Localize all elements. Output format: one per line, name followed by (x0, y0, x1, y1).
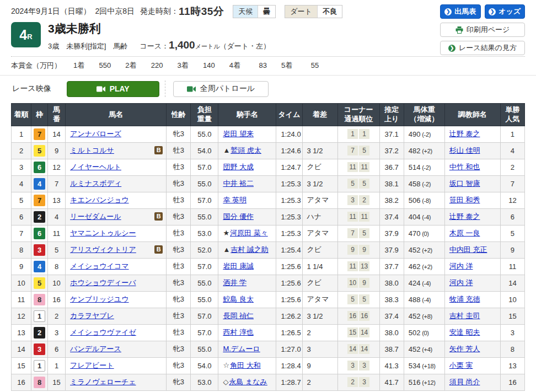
jockey-link[interactable]: 長岡 禎仁 (223, 312, 254, 320)
trainer-link[interactable]: 笹田 和秀 (449, 196, 480, 204)
carried-weight: 53.0 (191, 374, 218, 390)
horse-name-link[interactable]: ケンブリッジユウ (70, 295, 128, 303)
body-weight-diff: (+2) (420, 247, 432, 254)
trainer-link[interactable]: 牧浦 充徳 (449, 295, 480, 303)
finish-time: 1:26.5 (276, 324, 302, 341)
body-weight-cell: 514 (-2) (404, 159, 444, 175)
horse-name-link[interactable]: アンナバローズ (70, 130, 121, 138)
trainer-link[interactable]: 杉山 佳明 (449, 146, 480, 154)
body-weight: 404 (409, 213, 421, 221)
frame-cell: 7 (31, 192, 48, 208)
prize-list: 1着5502着2203着1404着835着55 (73, 61, 333, 71)
trainer-link[interactable]: 中竹 和也 (449, 163, 480, 171)
horse-name-link[interactable]: アリスヴィクトリア (70, 245, 136, 254)
trainer-link[interactable]: 小栗 実 (449, 361, 473, 369)
horse-number: 12 (48, 159, 66, 175)
body-weight: 516 (409, 378, 421, 386)
result-guide-button[interactable]: ❯ レース結果の見方 (440, 41, 525, 55)
table-row: 447ルミナスボディ牝355.0中井 裕二1:25.33 1/25538.145… (12, 175, 525, 192)
table-row: 948メイショウイコマ牡357.0岩田 康誠1:25.61 1/4111337.… (12, 258, 525, 275)
jockey-link[interactable]: 国分 優作 (223, 212, 254, 221)
body-weight-diff: (-4) (420, 280, 431, 287)
trainer-link[interactable]: 木原 一良 (449, 229, 480, 237)
body-weight-cell: 424 (-4) (404, 275, 444, 291)
horse-name-link[interactable]: ヤマニントゥルシー (70, 229, 136, 237)
win-favorite: 4 (500, 142, 524, 159)
frame-number: 8 (34, 377, 45, 388)
jockey-link[interactable]: 吉村 誠之助 (231, 245, 269, 254)
corner-order-cell: 1616 (337, 308, 379, 324)
trainer-link[interactable]: 辻野 泰之 (449, 130, 480, 138)
trainer-link[interactable]: 中内田 充正 (449, 245, 487, 254)
body-weight-cell: 506 (-8) (404, 192, 444, 208)
horse-number: 5 (48, 241, 66, 258)
trainer-link[interactable]: 吉村 圭司 (449, 312, 480, 320)
horse-name-link[interactable]: ルミナスボディ (70, 179, 121, 187)
horse-name-link[interactable]: カラヲヤブレ (70, 312, 114, 320)
jockey-link[interactable]: 永島 まなみ (229, 378, 267, 386)
horse-name-link[interactable]: リーゼダムール (70, 212, 121, 221)
print-page-button[interactable]: 印刷用ページ (440, 23, 525, 37)
corner-position: 5 (359, 294, 369, 304)
result-place: 7 (12, 225, 31, 241)
trainer-link[interactable]: 河内 洋 (449, 278, 473, 287)
horse-name-cell: ノイヤーヘルト (66, 159, 167, 175)
video-camera-icon (187, 86, 196, 92)
odds-button[interactable]: ❯ オッズ (485, 4, 526, 19)
corner-order-cell: 1111 (337, 159, 379, 175)
jockey-link[interactable]: M.デムーロ (223, 345, 260, 353)
horse-name-link[interactable]: キエンバンジョウ (70, 196, 128, 204)
jockey-link[interactable]: 角田 大和 (230, 361, 261, 369)
last-3f: 37.1 (379, 126, 404, 142)
jockey-cell: ◇永島 まなみ (218, 374, 276, 390)
horse-name-link[interactable]: ミラノヴェローチェ (70, 378, 136, 386)
horse-name-link[interactable]: メイショウイコマ (70, 262, 128, 270)
horse-name-link[interactable]: ミルトコルサ (70, 146, 114, 154)
jockey-link[interactable]: 岩田 望来 (223, 130, 254, 138)
horse-name-link[interactable]: フレアビート (70, 361, 114, 369)
track-label: ダート (285, 6, 317, 18)
patrol-video-button[interactable]: 全周パトロール (173, 81, 269, 97)
trainer-link[interactable]: 辻野 泰之 (449, 212, 480, 221)
trainer-cell: 坂口 智康 (444, 175, 500, 192)
margin: 2 (302, 374, 337, 390)
horse-name-cell: Bリーゼダムール (66, 208, 167, 225)
horse-name-cell: ルミナスボディ (66, 175, 167, 192)
jockey-link[interactable]: 岩田 康誠 (223, 262, 254, 270)
jockey-link[interactable]: 西村 淳也 (223, 328, 254, 336)
trainer-link[interactable]: 坂口 智康 (449, 179, 480, 187)
frame-number: 5 (34, 277, 45, 289)
horse-name-link[interactable]: メイショウヴァイゼ (70, 328, 136, 336)
frame-number: 4 (34, 261, 45, 272)
race-date: 2024年9月1日（日曜） 2回中京8日 (11, 7, 135, 17)
jockey-link[interactable]: 酒井 学 (223, 278, 246, 287)
horse-name-link[interactable]: ノイヤーヘルト (70, 163, 121, 171)
column-header: 単勝 人気 (500, 104, 524, 126)
entries-button[interactable]: ❯ 出馬表 (440, 4, 481, 19)
corner-position: 9 (359, 245, 369, 255)
finish-time: 1:25.6 (276, 291, 302, 308)
table-row: 7611ヤマニントゥルシー牡353.0★河原田 菜々1:25.3アタマ7537.… (12, 225, 525, 241)
trainer-link[interactable]: 須貝 尚介 (449, 378, 480, 386)
jockey-link[interactable]: 鷲頭 虎太 (231, 146, 261, 154)
body-weight-diff: (+2) (420, 264, 432, 270)
column-header: 着順 (12, 104, 31, 126)
trainer-link[interactable]: 河内 洋 (449, 262, 473, 270)
trainer-link[interactable]: 安達 昭夫 (449, 328, 480, 336)
play-button[interactable]: PLAY (67, 81, 159, 97)
horse-name-link[interactable]: バンデルアース (70, 345, 121, 353)
prize-amount: 140 (195, 61, 215, 69)
corner-position: 7 (347, 228, 358, 238)
body-weight-diff: (+18) (420, 363, 435, 369)
jockey-link[interactable]: 中井 裕二 (223, 179, 254, 187)
jockey-link[interactable]: 幸 英明 (223, 196, 246, 204)
horse-name-link[interactable]: ホウショウディーバ (70, 278, 136, 287)
jockey-link[interactable]: 団野 大成 (223, 163, 254, 171)
corner-order-cell: 109 (337, 275, 379, 291)
jockey-link[interactable]: 鮫島 良太 (223, 295, 254, 303)
trainer-cell: 河内 洋 (444, 275, 500, 291)
trainer-link[interactable]: 矢作 芳人 (449, 345, 480, 353)
trainer-cell: 小栗 実 (444, 357, 500, 374)
horse-number: 3 (48, 324, 66, 341)
jockey-link[interactable]: 河原田 菜々 (230, 229, 268, 237)
